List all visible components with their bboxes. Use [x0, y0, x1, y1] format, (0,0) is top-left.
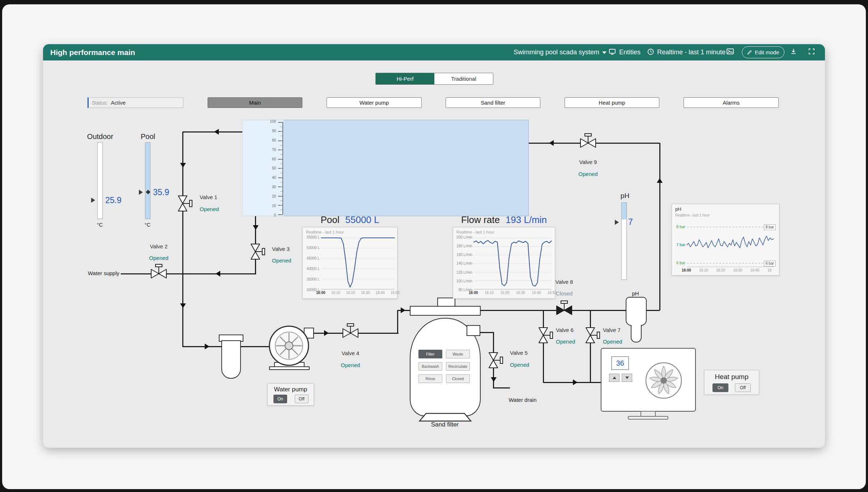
sand-filter-label: Sand filter	[420, 421, 470, 428]
status-widget[interactable]: Status: Active	[88, 97, 183, 108]
sand-filter-mode-filter[interactable]: Filter	[418, 350, 442, 358]
water-drain-label: Water drain	[501, 397, 544, 403]
entities-button[interactable]: Entities	[619, 49, 641, 56]
valve-2-label: Valve 2	[139, 243, 179, 249]
ph-chart-upper-threshold-label: 8 bar	[673, 224, 685, 229]
valve-5-symbol[interactable]	[486, 352, 503, 370]
sand-filter-mode-rinse[interactable]: Rinse	[418, 374, 442, 383]
setpoint-decrease-button[interactable]	[622, 374, 632, 382]
ph-lower-threshold-badge: 6 bar	[764, 261, 776, 266]
heat-pump-setpoint-input[interactable]: 36	[611, 356, 629, 370]
valve-9-symbol[interactable]	[579, 133, 597, 149]
valve-3-label: Valve 3	[272, 246, 290, 252]
ph-upper-threshold-badge: 8 bar	[764, 224, 776, 230]
edit-mode-label: Edit mode	[755, 49, 779, 55]
pool-chart-subtitle: Realtime - last 1 hour	[306, 230, 344, 234]
pipe	[590, 310, 591, 383]
dashboard-selector[interactable]: Swimming pool scada system	[514, 49, 607, 56]
flow-arrow	[253, 225, 259, 230]
sand-filter-mode-waste[interactable]: Waste	[446, 350, 470, 358]
heat-pump-panel-title: Heat pump	[705, 373, 759, 381]
chevron-down-icon	[602, 51, 607, 54]
valve-3-symbol[interactable]	[248, 243, 265, 262]
heat-pump-stand-base	[628, 416, 668, 420]
heat-pump-on-button[interactable]: On	[712, 383, 728, 392]
heat-pump-off-button[interactable]: Off	[735, 383, 751, 392]
outdoor-thermometer-bar	[97, 142, 103, 219]
water-pump-on-button[interactable]: On	[273, 395, 287, 403]
setpoint-increase-button[interactable]	[609, 374, 620, 382]
nav-button-heat-pump[interactable]: Heat pump	[565, 97, 659, 108]
valve-7-symbol[interactable]	[583, 327, 600, 345]
sand-filter-mode-recirculate[interactable]: Recirculate	[446, 362, 470, 371]
nav-button-main[interactable]: Main	[208, 97, 302, 108]
valve-1-label: Valve 1	[200, 194, 217, 200]
download-icon[interactable]	[790, 48, 797, 55]
heat-pump-panel: Heat pump On Off	[704, 370, 759, 395]
pool-chart-xticks: 16:0016:1016:2016:3016:4016:50	[316, 291, 400, 295]
valve-7-label: Valve 7	[603, 327, 621, 333]
pool-thermometer-bar	[145, 142, 150, 219]
pool-thermometer-marker	[139, 190, 143, 195]
valve-1-symbol[interactable]	[175, 195, 193, 214]
status-label: Status:	[92, 100, 108, 106]
pump-base	[269, 366, 310, 370]
pool-chart-yticks: 55000 L50000 L45000 L40000 L35000 L30000…	[304, 235, 320, 292]
pool-temperature-value: 35.9	[153, 188, 169, 197]
pool-volume-value: 55000 L	[345, 214, 379, 225]
fullscreen-icon[interactable]	[808, 48, 815, 55]
valve-9-status: Opened	[568, 171, 608, 177]
outdoor-temperature-unit: °C	[89, 222, 111, 228]
ph-chart-xticks: 16:0016:1016:2016:3016:4016	[682, 268, 771, 272]
tab-traditional[interactable]: Traditional	[434, 73, 493, 84]
ph-chart-plot	[687, 223, 774, 267]
pool-chart-title: Pool55000 L	[302, 214, 397, 226]
nav-button-sand-filter[interactable]: Sand filter	[446, 97, 540, 108]
sand-filter-mode-closed[interactable]: Closed	[446, 374, 470, 383]
water-pump-icon[interactable]	[268, 325, 310, 367]
pipe	[397, 310, 398, 333]
ph-sensor-tip	[631, 325, 642, 342]
pool-tank	[242, 120, 529, 216]
pool-thermometer-label: Pool	[126, 133, 170, 141]
outdoor-thermometer-marker	[91, 198, 95, 203]
valve-6-label: Valve 6	[556, 327, 574, 333]
edit-mode-button[interactable]: Edit mode	[742, 46, 784, 58]
pool-level-scale: 1009080706050403020100	[261, 119, 276, 217]
flow-arrow	[216, 271, 220, 277]
tab-hi-perf[interactable]: Hi-Perf	[376, 73, 434, 84]
screen: High performance main Swimming pool scad…	[0, 0, 868, 492]
entities-icon[interactable]	[609, 48, 616, 55]
sand-filter-valve-head	[437, 298, 455, 307]
flow-arrow	[180, 303, 186, 308]
pipe	[121, 273, 256, 274]
heat-pump-fan-icon	[645, 362, 682, 399]
timewindow-button[interactable]: Realtime - last 1 minute	[657, 49, 726, 56]
nav-button-water-pump[interactable]: Water pump	[327, 97, 422, 108]
pool-temperature-unit: °C	[137, 222, 158, 228]
ph-chart-mid-label: 7 bar	[673, 243, 685, 247]
nav-button-alarms[interactable]: Alarms	[684, 97, 779, 108]
sand-filter-side-port	[467, 325, 480, 336]
flow-arrow	[214, 129, 219, 135]
image-icon[interactable]	[726, 48, 734, 55]
outdoor-thermometer-label: Outdoor	[78, 133, 122, 141]
flow-chart-title: Flow rate193 L/min	[453, 214, 555, 226]
ph-chart-title: pH	[675, 206, 681, 212]
valve-8-symbol[interactable]	[556, 300, 573, 316]
pipe	[183, 131, 242, 133]
valve-6-symbol[interactable]	[536, 327, 553, 345]
valve-1-status: Opened	[200, 206, 219, 212]
valve-4-symbol[interactable]	[342, 323, 359, 339]
pencil-icon	[747, 50, 752, 55]
water-pump-panel: Water pump On Off	[267, 383, 314, 405]
valve-2-symbol[interactable]	[150, 264, 167, 280]
arrow-down-icon	[625, 377, 629, 379]
sand-filter-mode-backwash[interactable]: Backwash	[418, 362, 442, 371]
pool-level-axis	[282, 122, 283, 215]
ph-gauge-fill	[622, 203, 626, 219]
ph-gauge-bar	[621, 202, 627, 280]
flow-arrow	[549, 140, 554, 146]
water-pump-off-button[interactable]: Off	[295, 395, 309, 403]
status-value: Active	[111, 100, 126, 106]
